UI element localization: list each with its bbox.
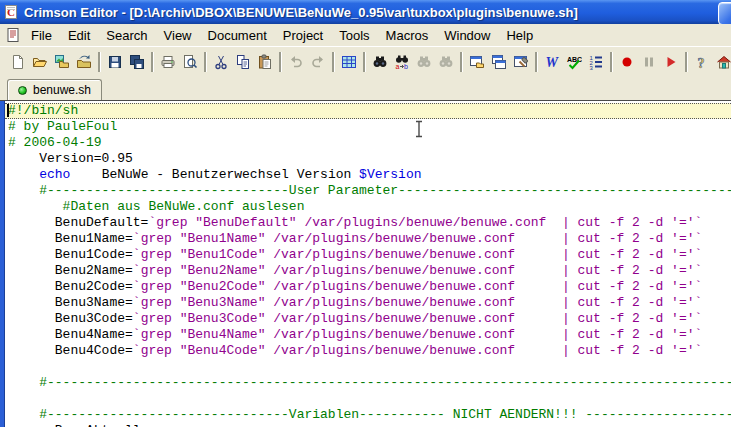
print-preview-icon [182, 54, 198, 70]
save-all-button[interactable] [126, 51, 148, 73]
menu-search[interactable]: Search [98, 26, 155, 45]
copy-button[interactable] [232, 51, 254, 73]
new-file-button[interactable] [7, 51, 29, 73]
undo-icon [288, 54, 304, 70]
redo-button[interactable] [307, 51, 329, 73]
svg-text:b: b [404, 63, 408, 70]
record-macro-icon [619, 54, 635, 70]
code-segment-keyword: echo [39, 167, 70, 182]
code-line[interactable]: Benu3Name=`grep "Benu3Name" /var/plugins… [5, 295, 731, 311]
print-button[interactable] [157, 51, 179, 73]
code-segment-plain: Benu3Code= [8, 311, 133, 326]
code-segment-plain: BeNuWe - Benutzerwechsel Version [70, 167, 359, 182]
code-line[interactable]: BenuAktuell= [5, 423, 731, 427]
line-numbers-button[interactable]: 123 [585, 51, 607, 73]
menu-view[interactable]: View [156, 26, 200, 45]
code-line[interactable]: Benu2Name=`grep "Benu2Name" /var/plugins… [5, 263, 731, 279]
close-file-button[interactable] [73, 51, 95, 73]
find-prev-button[interactable] [435, 51, 457, 73]
save-button[interactable] [104, 51, 126, 73]
play-macro-button[interactable] [660, 51, 682, 73]
crimson-editor-window: { "window": { "title": "Crimson Editor -… [0, 0, 731, 427]
open-remote-file-button[interactable] [51, 51, 73, 73]
word-wrap-button[interactable]: W [541, 51, 563, 73]
print-icon [160, 54, 176, 70]
menu-window[interactable]: Window [436, 26, 498, 45]
cut-button[interactable] [210, 51, 232, 73]
menu-tools[interactable]: Tools [331, 26, 377, 45]
record-macro-button[interactable] [616, 51, 638, 73]
code-line[interactable] [5, 391, 731, 407]
menu-project[interactable]: Project [275, 26, 331, 45]
print-preview-button[interactable] [179, 51, 201, 73]
menu-help[interactable]: Help [498, 26, 541, 45]
code-segment-comment: #---------------------------------------… [8, 375, 731, 390]
code-segment-plain: Benu1Code= [8, 247, 133, 262]
code-line[interactable]: # by PauleFoul [5, 119, 731, 135]
help-button[interactable]: ? [691, 51, 713, 73]
code-line[interactable]: Benu3Code=`grep "Benu3Code" /var/plugins… [5, 311, 731, 327]
code-line[interactable]: #Daten aus BeNuWe.conf auslesen [5, 199, 731, 215]
home-button[interactable] [713, 51, 731, 73]
find-prev-icon [438, 54, 454, 70]
code-segment-comment: # 2006-04-19 [8, 135, 102, 150]
spell-check-icon: ABC [566, 54, 582, 70]
code-segment-string: `grep "Benu3Code" /var/plugins/benuwe/be… [133, 311, 703, 326]
code-line[interactable]: #-------------------------------User Par… [5, 183, 731, 199]
code-line[interactable]: echo BeNuWe - Benutzerwechsel Version $V… [5, 167, 731, 183]
find-button[interactable] [369, 51, 391, 73]
toolbar-separator [151, 52, 154, 72]
code-segment-string: `grep "Benu1Name" /var/plugins/benuwe/be… [133, 231, 703, 246]
menu-edit[interactable]: Edit [60, 26, 98, 45]
code-line[interactable] [5, 359, 731, 375]
grid-button[interactable] [338, 51, 360, 73]
spell-check-button[interactable]: ABC [563, 51, 585, 73]
ibeam-cursor [412, 120, 426, 142]
undo-button[interactable] [285, 51, 307, 73]
title-bar[interactable]: C Crimson Editor - [D:\Archiv\DBOX\BENUW… [0, 0, 731, 24]
code-segment-string: `grep "BenuDefault" /var/plugins/benuwe/… [148, 215, 702, 230]
preferences-icon [513, 54, 529, 70]
code-line[interactable]: #!/bin/sh [5, 103, 731, 119]
code-area[interactable]: #!/bin/sh# by PauleFoul# 2006-04-19 Vers… [5, 101, 731, 427]
replace-button[interactable]: ab [391, 51, 413, 73]
project-window-icon [469, 54, 485, 70]
pause-macro-button[interactable] [638, 51, 660, 73]
code-segment-string: `grep "Benu2Code" /var/plugins/benuwe/be… [133, 279, 703, 294]
preferences-button[interactable] [510, 51, 532, 73]
code-editor[interactable]: #!/bin/sh# by PauleFoul# 2006-04-19 Vers… [0, 100, 731, 427]
save-all-icon [129, 54, 145, 70]
code-segment-comment: #-------------------------------User Par… [8, 183, 731, 198]
code-line[interactable]: Benu4Name=`grep "Benu4Name" /var/plugins… [5, 327, 731, 343]
toolbar-separator [332, 52, 335, 72]
code-segment-comment: #-------------------------------Variable… [8, 407, 731, 422]
help-icon: ? [694, 54, 710, 70]
new-file-icon [10, 54, 26, 70]
toolbar-separator [535, 52, 538, 72]
project-window-button[interactable] [466, 51, 488, 73]
output-window-button[interactable] [488, 51, 510, 73]
open-file-button[interactable] [29, 51, 51, 73]
file-status-icon [18, 86, 27, 95]
code-line[interactable]: BenuDefault=`grep "BenuDefault" /var/plu… [5, 215, 731, 231]
menu-macros[interactable]: Macros [378, 26, 437, 45]
redo-icon [310, 54, 326, 70]
paste-button[interactable] [254, 51, 276, 73]
code-line[interactable]: Benu4Code=`grep "Benu4Code" /var/plugins… [5, 343, 731, 359]
home-icon [716, 54, 731, 70]
code-line[interactable]: Benu1Name=`grep "Benu1Name" /var/plugins… [5, 231, 731, 247]
menu-document[interactable]: Document [200, 26, 275, 45]
menu-file[interactable]: File [23, 26, 60, 45]
minimize-button[interactable] [718, 2, 731, 25]
find-next-button[interactable] [413, 51, 435, 73]
code-line[interactable]: # 2006-04-19 [5, 135, 731, 151]
line-numbers-icon: 123 [588, 54, 604, 70]
code-segment-comment: # by PauleFoul [8, 119, 117, 134]
tab-benuwe-sh[interactable]: benuwe.sh [7, 79, 102, 100]
code-line[interactable]: Benu2Code=`grep "Benu2Code" /var/plugins… [5, 279, 731, 295]
code-line[interactable]: #---------------------------------------… [5, 375, 731, 391]
code-line[interactable]: #-------------------------------Variable… [5, 407, 731, 423]
code-line[interactable]: Version=0.95 [5, 151, 731, 167]
menu-bar: FileEditSearchViewDocumentProjectToolsMa… [0, 24, 731, 46]
code-line[interactable]: Benu1Code=`grep "Benu1Code" /var/plugins… [5, 247, 731, 263]
